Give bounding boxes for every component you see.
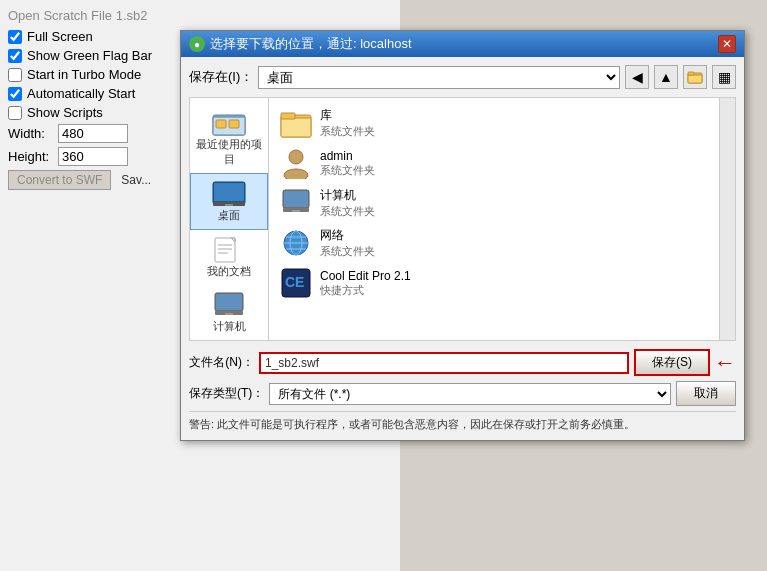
up-button[interactable]: ▲ <box>654 65 678 89</box>
show-scripts-checkbox[interactable] <box>8 106 22 120</box>
cancel-button[interactable]: 取消 <box>676 381 736 406</box>
svg-rect-11 <box>215 238 235 262</box>
svg-rect-21 <box>281 118 311 137</box>
filetype-select[interactable]: 所有文件 (*.*) <box>269 383 671 405</box>
sidebar-desktop-label: 桌面 <box>218 208 240 223</box>
file-library-name: 库 <box>320 107 375 124</box>
back-button[interactable]: ◀ <box>625 65 649 89</box>
svg-rect-17 <box>216 294 242 310</box>
file-item-computer[interactable]: 计算机 系统文件夹 <box>274 183 714 223</box>
sidebar-documents-label: 我的文档 <box>207 264 251 279</box>
svg-rect-28 <box>292 210 300 212</box>
sidebar-recent-label: 最近使用的项目 <box>194 137 264 167</box>
svg-rect-8 <box>214 183 244 201</box>
save-button[interactable]: 保存(S) <box>634 349 710 376</box>
svg-rect-19 <box>225 313 233 315</box>
bottom-form: 文件名(N)： 保存(S) ← 保存类型(T)： 所有文件 (*.*) 取消 <box>189 349 736 406</box>
file-admin-name: admin <box>320 149 375 163</box>
svg-point-24 <box>284 169 308 179</box>
dialog-body: 保存在(I)： 桌面 ◀ ▲ ▦ <box>181 57 744 440</box>
dialog-titlebar: ● 选择要下载的位置，通过: localhost ✕ <box>181 31 744 57</box>
show-scripts-label: Show Scripts <box>27 105 103 120</box>
convert-to-swf-button[interactable]: Convert to SWF <box>8 170 111 190</box>
svg-rect-6 <box>229 120 239 128</box>
sidebar-recent[interactable]: 最近使用的项目 <box>190 103 268 173</box>
file-library-type: 系统文件夹 <box>320 124 375 139</box>
svg-rect-5 <box>216 120 226 128</box>
save-in-label: 保存在(I)： <box>189 68 253 86</box>
file-list-area: 库 系统文件夹 admin 系统文件夹 <box>269 97 720 341</box>
width-label: Width: <box>8 126 53 141</box>
file-admin-type: 系统文件夹 <box>320 163 375 178</box>
green-flag-checkbox[interactable] <box>8 49 22 63</box>
svg-point-23 <box>289 150 303 164</box>
dialog-icon: ● <box>189 36 205 52</box>
warning-text: 警告: 此文件可能是可执行程序，或者可能包含恶意内容，因此在保存或打开之前务必慎… <box>189 411 736 432</box>
svg-rect-10 <box>225 204 233 206</box>
turbo-mode-label: Start in Turbo Mode <box>27 67 141 82</box>
file-network-name: 网络 <box>320 227 375 244</box>
file-computer-name: 计算机 <box>320 187 375 204</box>
green-flag-label: Show Green Flag Bar <box>27 48 152 63</box>
filename-row: 文件名(N)： 保存(S) ← <box>189 349 736 376</box>
save-arrow-indicator: ← <box>714 350 736 376</box>
file-cooledit-type: 快捷方式 <box>320 283 411 298</box>
dialog-main-area: 最近使用的项目 桌面 <box>189 97 736 341</box>
filetype-row: 保存类型(T)： 所有文件 (*.*) 取消 <box>189 381 736 406</box>
sidebar-computer-label: 计算机 <box>213 319 246 334</box>
file-item-cooledit[interactable]: CE Cool Edit Pro 2.1 快捷方式 <box>274 263 714 303</box>
svg-rect-1 <box>688 75 702 83</box>
sidebar-desktop[interactable]: 桌面 <box>190 173 268 230</box>
auto-start-label: Automatically Start <box>27 86 135 101</box>
dialog-sidebar: 最近使用的项目 桌面 <box>189 97 269 341</box>
save-location-row: 保存在(I)： 桌面 ◀ ▲ ▦ <box>189 65 736 89</box>
sidebar-computer[interactable]: 计算机 <box>190 285 268 340</box>
file-cooledit-name: Cool Edit Pro 2.1 <box>320 269 411 283</box>
dialog-titlebar-left: ● 选择要下载的位置，通过: localhost <box>189 35 412 53</box>
new-folder-button[interactable] <box>683 65 707 89</box>
file-network-type: 系统文件夹 <box>320 244 375 259</box>
full-screen-label: Full Screen <box>27 29 93 44</box>
save-location-select[interactable]: 桌面 <box>258 66 620 89</box>
sidebar-documents[interactable]: 我的文档 <box>190 230 268 285</box>
width-input[interactable]: 480 <box>58 124 128 143</box>
svg-rect-22 <box>281 113 295 119</box>
view-toggle-button[interactable]: ▦ <box>712 65 736 89</box>
svg-rect-26 <box>284 191 308 207</box>
full-screen-checkbox[interactable] <box>8 30 22 44</box>
height-input[interactable]: 360 <box>58 147 128 166</box>
svg-text:CE: CE <box>285 274 304 290</box>
file-item-network[interactable]: 网络 系统文件夹 <box>274 223 714 263</box>
auto-start-checkbox[interactable] <box>8 87 22 101</box>
scrollbar[interactable] <box>720 97 736 341</box>
dialog-title: 选择要下载的位置，通过: localhost <box>210 35 412 53</box>
scratch-title: Open Scratch File 1.sb2 <box>8 8 392 23</box>
file-item-admin[interactable]: admin 系统文件夹 <box>274 143 714 183</box>
dialog-close-button[interactable]: ✕ <box>718 35 736 53</box>
filename-input[interactable] <box>259 352 629 374</box>
file-computer-type: 系统文件夹 <box>320 204 375 219</box>
file-item-library[interactable]: 库 系统文件夹 <box>274 103 714 143</box>
filetype-label: 保存类型(T)： <box>189 385 264 402</box>
svg-rect-2 <box>688 72 694 75</box>
save-dialog: ● 选择要下载的位置，通过: localhost ✕ 保存在(I)： 桌面 ◀ … <box>180 30 745 441</box>
saving-text: Sav... <box>121 173 151 187</box>
filename-label: 文件名(N)： <box>189 354 254 371</box>
height-label: Height: <box>8 149 53 164</box>
turbo-mode-checkbox[interactable] <box>8 68 22 82</box>
